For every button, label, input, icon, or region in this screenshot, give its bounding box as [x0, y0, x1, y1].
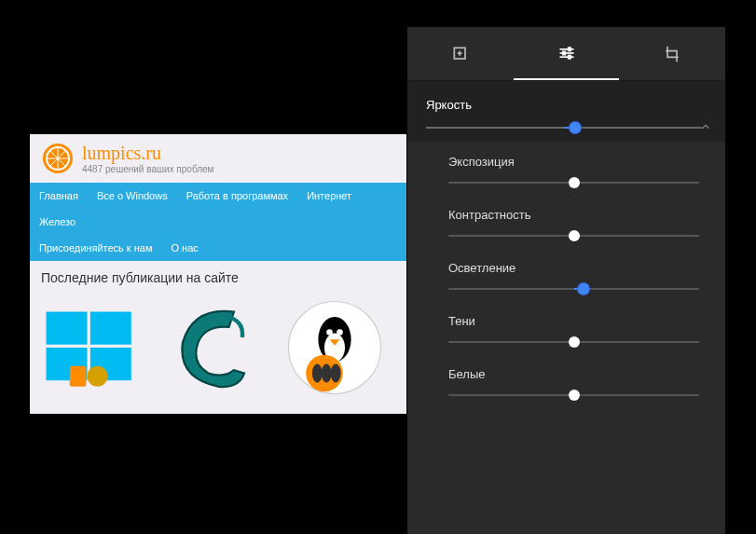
site-logo-icon — [41, 142, 75, 175]
slider-handle[interactable] — [570, 122, 581, 133]
nav-item-home[interactable]: Главная — [30, 183, 88, 209]
slider-label: Экспозиция — [448, 155, 699, 169]
slider-label: Белые — [448, 367, 699, 381]
slider-highlights: Осветление — [407, 248, 725, 301]
chevron-up-icon[interactable] — [699, 120, 712, 137]
filters-icon — [451, 45, 470, 63]
thumb-windows-icon — [41, 296, 144, 399]
slider-exposure: Экспозиция — [407, 142, 725, 195]
tab-crop[interactable] — [619, 27, 725, 80]
slider-label: Контрастность — [448, 208, 699, 222]
slider-track[interactable] — [426, 127, 702, 129]
slider-handle[interactable] — [569, 177, 580, 188]
svg-point-12 — [88, 366, 108, 387]
thumbnails — [30, 291, 406, 404]
sliders-icon — [557, 44, 576, 62]
slider-track[interactable] — [448, 235, 699, 237]
nav-item-windows[interactable]: Все о Windows — [88, 183, 177, 209]
editor-panel: Яркость Экспозиция Контрастность Осветле… — [407, 27, 725, 534]
slider-track[interactable] — [448, 341, 699, 343]
thumb-linux-icon — [283, 296, 386, 399]
tab-filters[interactable] — [407, 27, 514, 80]
slider-handle[interactable] — [578, 283, 589, 294]
nav-item-internet[interactable]: Интернет — [297, 183, 361, 209]
site-title: lumpics.ru — [82, 143, 213, 164]
svg-point-20 — [322, 364, 332, 383]
svg-rect-30 — [568, 55, 570, 58]
content-title: Последние публикации на сайте — [30, 261, 406, 291]
nav-item-hardware[interactable]: Железо — [30, 209, 85, 235]
svg-rect-8 — [90, 312, 131, 345]
slider-brightness: Яркость — [407, 81, 725, 142]
site-header: lumpics.ru 4487 решений ваших проблем — [30, 134, 406, 183]
slider-contrast: Контрастность — [407, 195, 725, 248]
svg-point-17 — [337, 329, 343, 335]
nav-item-join[interactable]: Присоединяйтесь к нам — [30, 235, 161, 261]
slider-handle[interactable] — [569, 230, 580, 241]
svg-rect-29 — [562, 51, 565, 54]
svg-point-21 — [331, 364, 341, 383]
thumb-cheat-engine-icon — [162, 296, 265, 399]
svg-rect-7 — [47, 312, 88, 345]
svg-point-19 — [312, 364, 323, 383]
editor-tabs — [407, 27, 725, 81]
svg-point-16 — [326, 329, 333, 335]
tab-adjust[interactable] — [514, 27, 620, 80]
slider-track[interactable] — [448, 182, 699, 184]
svg-rect-11 — [70, 366, 87, 387]
crop-icon — [663, 45, 681, 63]
slider-shadows: Тени — [407, 301, 725, 354]
site-tagline: 4487 решений ваших проблем — [82, 164, 213, 174]
slider-whites: Белые — [407, 354, 725, 407]
slider-label: Тени — [448, 314, 699, 328]
slider-handle[interactable] — [569, 390, 580, 401]
slider-label: Яркость — [426, 98, 707, 112]
slider-track[interactable] — [448, 288, 699, 290]
svg-rect-28 — [568, 48, 570, 50]
slider-handle[interactable] — [569, 336, 580, 348]
nav-item-programs[interactable]: Работа в программах — [177, 183, 297, 209]
nav-item-about[interactable]: О нас — [161, 235, 207, 261]
slider-label: Осветление — [448, 261, 699, 275]
slider-track[interactable] — [448, 394, 699, 396]
page-preview: lumpics.ru 4487 решений ваших проблем Гл… — [30, 134, 406, 414]
nav-bar: Главная Все о Windows Работа в программа… — [30, 183, 406, 261]
